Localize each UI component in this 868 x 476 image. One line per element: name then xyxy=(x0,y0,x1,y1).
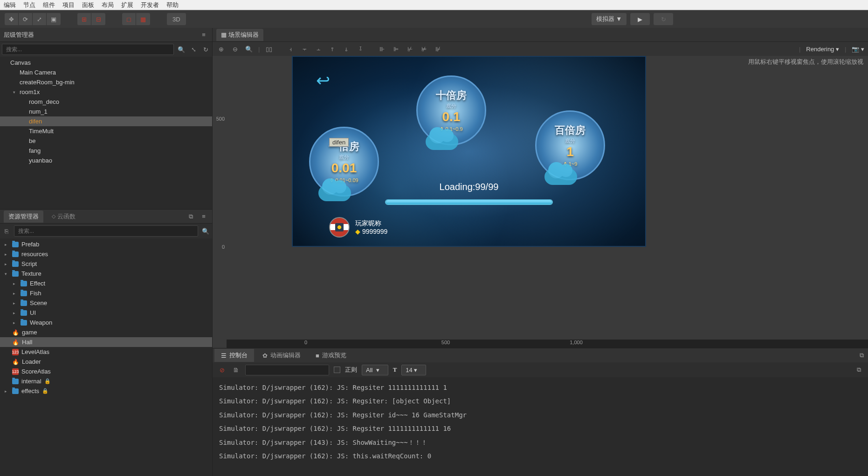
hierarchy-node[interactable]: Canvas xyxy=(0,58,212,68)
hierarchy-node[interactable]: num_1 xyxy=(0,107,212,116)
asset-item[interactable]: ▾Texture xyxy=(0,269,212,279)
hierarchy-tree[interactable]: CanvasMain CameracreateRoom_bg-min▾room1… xyxy=(0,57,212,209)
tab-cloud-functions[interactable]: ◇云函数 xyxy=(47,211,80,223)
popout-icon[interactable]: ⧉ xyxy=(186,212,195,221)
asset-item[interactable]: ▸Weapon xyxy=(0,318,212,327)
gizmo-b-button[interactable]: ▦ xyxy=(136,13,150,25)
asset-item[interactable]: 🔥Hall xyxy=(0,337,212,347)
hierarchy-node[interactable]: yuanbao xyxy=(0,156,212,165)
gizmo-a-button[interactable]: ◻ xyxy=(122,13,136,25)
asset-item[interactable]: 🔥Loader xyxy=(0,357,212,367)
expand-button[interactable]: ⤢ xyxy=(33,13,47,25)
clear-console-icon[interactable]: ⊘ xyxy=(217,365,227,374)
menu-编辑[interactable]: 编辑 xyxy=(4,1,16,9)
console-output[interactable]: Simulator: D/jswrapper (162): JS: Regsit… xyxy=(213,377,868,476)
distribute-h-icon[interactable]: ⊪ xyxy=(377,44,386,54)
menu-面板[interactable]: 面板 xyxy=(82,1,94,9)
distribute-v-icon[interactable]: ⊫ xyxy=(391,44,400,54)
menu-bar[interactable]: 编辑节点组件项目面板布局扩展开发者帮助 xyxy=(0,0,868,10)
hierarchy-search-input[interactable] xyxy=(2,44,174,55)
zoom-in-icon[interactable]: ⊕ xyxy=(216,44,226,54)
align-middle-icon[interactable]: ⫰ xyxy=(342,44,351,54)
simulator-dropdown[interactable]: 模拟器 ▼ xyxy=(592,13,627,25)
console-tab[interactable]: ✿动画编辑器 xyxy=(256,349,307,362)
regex-checkbox[interactable] xyxy=(334,367,340,373)
asset-item[interactable]: ▸UI xyxy=(0,308,212,318)
play-button[interactable]: ▶ xyxy=(630,13,650,25)
tab-assets[interactable]: 资源管理器 xyxy=(4,211,43,223)
font-icon: T xyxy=(393,366,397,374)
filter-icon[interactable]: ⎘ xyxy=(2,226,11,236)
console-tab[interactable]: ☰控制台 xyxy=(214,349,254,362)
asset-item[interactable]: ▸Fish xyxy=(0,288,212,298)
back-arrow-icon[interactable]: ↩ xyxy=(316,71,330,90)
search-icon[interactable]: 🔍 xyxy=(201,226,210,236)
scene-viewport[interactable]: 用鼠标右键平移视窗焦点，使用滚轮缩放视 5000 05001,000 ↩ 一倍房… xyxy=(213,56,868,348)
align-left-icon[interactable]: ⫞ xyxy=(286,44,295,54)
menu-扩展[interactable]: 扩展 xyxy=(121,1,133,9)
assets-search-input[interactable] xyxy=(14,225,198,237)
ruler-vertical: 5000 xyxy=(213,56,227,340)
asset-item[interactable]: ▸resources xyxy=(0,249,212,259)
log-line: Simulator: D/jswrapper (162): JS: this.w… xyxy=(219,449,861,463)
anchor-tool-a-button[interactable]: ⊞ xyxy=(77,13,91,25)
align-top-icon[interactable]: ⫯ xyxy=(328,44,337,54)
scene-editor-panel: ▦ 场景编辑器 ⊕ ⊖ 🔍 | ▯▯ ⫞ ⫟ ⫠ ⫯ ⫰ ⫱ ⊪ ⊫ ⊬ ⊭ xyxy=(213,28,868,348)
move-tool-button[interactable]: ✥ xyxy=(5,13,19,25)
hierarchy-node[interactable]: Main Camera xyxy=(0,68,212,77)
distribute-icon[interactable]: ⊬ xyxy=(405,44,414,54)
3d-toggle-button[interactable]: 3D xyxy=(167,13,186,25)
refresh-icon[interactable]: ↻ xyxy=(201,45,210,54)
distribute-icon[interactable]: ⊭ xyxy=(419,44,428,54)
search-icon[interactable]: 🔍 xyxy=(177,45,186,54)
rect-tool-button[interactable]: ▣ xyxy=(47,13,61,25)
asset-item[interactable]: 🔥game xyxy=(0,327,212,337)
distribute-icon[interactable]: ⊮ xyxy=(433,44,442,54)
popout-icon[interactable]: ⧉ xyxy=(854,365,863,374)
hierarchy-node[interactable]: difen xyxy=(0,116,212,126)
asset-item[interactable]: ▸Effect xyxy=(0,279,212,288)
refresh-button[interactable]: ⟳ xyxy=(19,13,33,25)
console-tab[interactable]: ■游戏预览 xyxy=(309,349,353,362)
console-filter-input[interactable] xyxy=(245,365,329,375)
collapse-icon[interactable]: ⤡ xyxy=(189,45,198,54)
align-right-icon[interactable]: ⫠ xyxy=(314,44,323,54)
asset-item[interactable]: ▸effects 🔒 xyxy=(0,386,212,396)
align-center-h-icon[interactable]: ⫟ xyxy=(300,44,309,54)
reload-button[interactable]: ↻ xyxy=(654,13,673,25)
asset-item[interactable]: ▸Script xyxy=(0,259,212,269)
zoom-fit-icon[interactable]: 🔍 xyxy=(244,44,254,54)
menu-开发者[interactable]: 开发者 xyxy=(141,1,159,9)
anchor-tool-b-button[interactable]: ⊟ xyxy=(91,13,105,25)
camera-icon[interactable]: 📷 ▾ xyxy=(852,46,864,53)
tab-scene-editor[interactable]: ▦ 场景编辑器 xyxy=(216,29,263,41)
hierarchy-node[interactable]: ▾room1x xyxy=(0,87,212,97)
menu-icon[interactable]: ≡ xyxy=(199,212,208,221)
asset-item[interactable]: 123LevelAtlas xyxy=(0,347,212,357)
font-size-dropdown[interactable]: 14 ▾ xyxy=(401,365,426,375)
menu-帮助[interactable]: 帮助 xyxy=(166,1,179,9)
menu-组件[interactable]: 组件 xyxy=(43,1,55,9)
hierarchy-node[interactable]: createRoom_bg-min xyxy=(0,77,212,87)
hierarchy-node[interactable]: be xyxy=(0,136,212,146)
hierarchy-node[interactable]: fang xyxy=(0,146,212,156)
assets-tree[interactable]: ▸Prefab▸resources▸Script▾Texture▸Effect▸… xyxy=(0,238,212,476)
align-bottom-icon[interactable]: ⫱ xyxy=(356,44,365,54)
rendering-dropdown[interactable]: Rendering ▾ xyxy=(806,46,839,53)
asset-item[interactable]: internal 🔒 xyxy=(0,376,212,386)
menu-项目[interactable]: 项目 xyxy=(62,1,75,9)
asset-item[interactable]: 123ScoreAtlas xyxy=(0,367,212,376)
asset-item[interactable]: ▸Prefab xyxy=(0,239,212,249)
popout-icon[interactable]: ⧉ xyxy=(857,351,866,360)
hierarchy-node[interactable]: room_deco xyxy=(0,97,212,107)
file-icon[interactable]: 🗎 xyxy=(231,365,241,374)
menu-节点[interactable]: 节点 xyxy=(23,1,35,9)
asset-item[interactable]: ▸Scene xyxy=(0,298,212,308)
align-icon[interactable]: ▯▯ xyxy=(264,44,274,54)
zoom-out-icon[interactable]: ⊖ xyxy=(230,44,240,54)
hierarchy-node[interactable]: TimeMult xyxy=(0,126,212,136)
menu-icon[interactable]: ≡ xyxy=(199,30,208,40)
menu-布局[interactable]: 布局 xyxy=(102,1,114,9)
log-line: Simulator: D/jswrapper (143): JS: ShowWa… xyxy=(219,436,861,449)
log-level-dropdown[interactable]: All ▾ xyxy=(362,365,388,375)
